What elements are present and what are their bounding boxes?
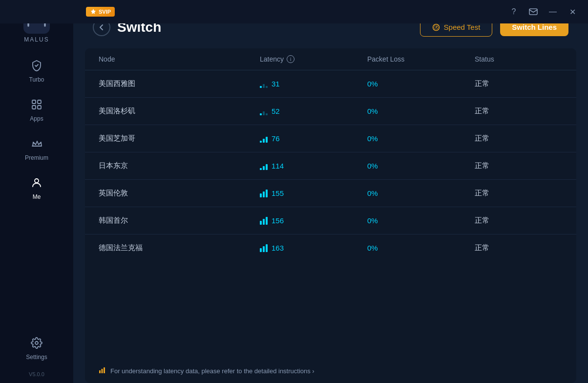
table-header: Node Latency i Packet Loss Status — [85, 48, 576, 70]
gear-icon — [31, 337, 42, 351]
mail-button[interactable] — [525, 4, 541, 20]
packet-loss-value: 0% — [367, 134, 475, 143]
chart-icon — [99, 367, 105, 375]
crown-icon — [31, 138, 42, 151]
footer-note-text: For understanding latency data, please r… — [110, 367, 315, 375]
status-value: 正常 — [475, 161, 563, 170]
node-name: 日本东京 — [99, 161, 260, 170]
node-name: 美国洛杉矶 — [99, 106, 260, 116]
status-value: 正常 — [475, 79, 563, 88]
table-row[interactable]: 韩国首尔 156 0% 正常 — [85, 207, 576, 234]
table-row[interactable]: 日本东京 114 0% 正常 — [85, 152, 576, 180]
latency-value: 76 — [260, 134, 367, 143]
table-row[interactable]: 英国伦敦 155 0% 正常 — [85, 180, 576, 207]
switch-lines-label: Switch Lines — [512, 23, 557, 31]
sidebar-item-turbo[interactable]: Turbo — [0, 53, 73, 90]
speed-test-label: Speed Test — [444, 23, 481, 31]
node-name: 韩国首尔 — [99, 216, 260, 225]
svg-rect-3 — [32, 106, 36, 109]
apps-icon — [31, 99, 42, 112]
sidebar-bottom: Settings V5.0.0 — [0, 330, 73, 383]
minimize-button[interactable]: — — [545, 4, 561, 20]
sidebar-item-turbo-label: Turbo — [29, 76, 44, 83]
sidebar-item-apps[interactable]: Apps — [0, 92, 73, 129]
sidebar: MALUS Turbo Apps — [0, 0, 73, 383]
app-name-label: MALUS — [24, 36, 49, 43]
packet-loss-value: 0% — [367, 216, 475, 225]
user-icon — [31, 177, 42, 191]
sidebar-item-premium-label: Premium — [25, 154, 48, 161]
svg-point-6 — [35, 341, 38, 344]
packet-loss-value: 0% — [367, 244, 475, 252]
status-value: 正常 — [475, 189, 563, 198]
svg-rect-12 — [104, 367, 105, 373]
table-row[interactable]: 美国洛杉矶 52 0% 正常 — [85, 98, 576, 125]
sidebar-item-me[interactable]: Me — [0, 170, 73, 207]
status-value: 正常 — [475, 106, 563, 116]
latency-value: 155 — [260, 189, 367, 197]
signal-icon — [260, 80, 268, 88]
help-button[interactable]: ? — [506, 4, 522, 20]
table-row[interactable]: 德国法兰克福 163 0% 正常 — [85, 234, 576, 261]
signal-icon — [260, 162, 268, 170]
col-packet-loss: Packet Loss — [367, 55, 475, 63]
latency-value: 114 — [260, 162, 367, 170]
svg-rect-7 — [529, 9, 537, 15]
svg-rect-11 — [102, 369, 103, 373]
latency-value: 156 — [260, 216, 367, 225]
table-row[interactable]: 美国西雅图 31 0% 正常 — [85, 70, 576, 98]
packet-loss-value: 0% — [367, 162, 475, 170]
sidebar-item-premium[interactable]: Premium — [0, 131, 73, 168]
signal-icon — [260, 244, 268, 252]
sidebar-settings-label: Settings — [26, 354, 47, 361]
sidebar-item-settings[interactable]: Settings — [0, 330, 73, 367]
signal-icon — [260, 135, 268, 143]
sidebar-item-apps-label: Apps — [30, 115, 43, 122]
svg-point-9 — [436, 27, 437, 28]
packet-loss-value: 0% — [367, 107, 475, 115]
table-row[interactable]: 美国芝加哥 76 0% 正常 — [85, 125, 576, 152]
svip-badge: SVIP — [86, 7, 115, 17]
table-body-wrapper: 美国西雅图 31 0% 正常 美国洛杉矶 52 0% 正常 — [85, 70, 576, 359]
signal-icon — [260, 190, 268, 197]
latency-info-icon[interactable]: i — [287, 55, 294, 63]
version-label: V5.0.0 — [29, 371, 44, 377]
status-value: 正常 — [475, 134, 563, 143]
col-latency: Latency i — [260, 55, 367, 63]
svg-rect-10 — [99, 370, 101, 373]
table-body: 美国西雅图 31 0% 正常 美国洛杉矶 52 0% 正常 — [85, 70, 576, 359]
packet-loss-value: 0% — [367, 80, 475, 88]
close-button[interactable]: ✕ — [565, 4, 580, 20]
packet-loss-value: 0% — [367, 189, 475, 197]
shield-icon — [31, 60, 42, 73]
svip-button[interactable]: SVIP — [86, 7, 115, 17]
main-content: Switch Speed Test Switch Lines Node — [73, 0, 588, 383]
svg-rect-1 — [32, 100, 36, 104]
node-name: 英国伦敦 — [99, 189, 260, 198]
svg-rect-2 — [38, 100, 41, 104]
svg-rect-4 — [38, 106, 41, 109]
sidebar-item-me-label: Me — [33, 193, 41, 200]
latency-value: 52 — [260, 107, 367, 115]
col-node: Node — [99, 55, 260, 63]
col-status: Status — [475, 55, 563, 63]
titlebar: SVIP ? — ✕ — [0, 0, 588, 23]
footer-note[interactable]: For understanding latency data, please r… — [85, 359, 576, 383]
signal-icon — [260, 107, 268, 115]
node-name: 美国西雅图 — [99, 79, 260, 88]
node-name: 德国法兰克福 — [99, 243, 260, 253]
node-name: 美国芝加哥 — [99, 134, 260, 143]
signal-icon — [260, 217, 268, 225]
status-value: 正常 — [475, 243, 563, 253]
status-value: 正常 — [475, 216, 563, 225]
sidebar-nav: Turbo Apps Premium — [0, 53, 73, 330]
latency-value: 31 — [260, 80, 367, 88]
node-table: Node Latency i Packet Loss Status 美国西雅图 — [85, 48, 576, 383]
svg-point-5 — [35, 179, 39, 183]
latency-value: 163 — [260, 244, 367, 252]
